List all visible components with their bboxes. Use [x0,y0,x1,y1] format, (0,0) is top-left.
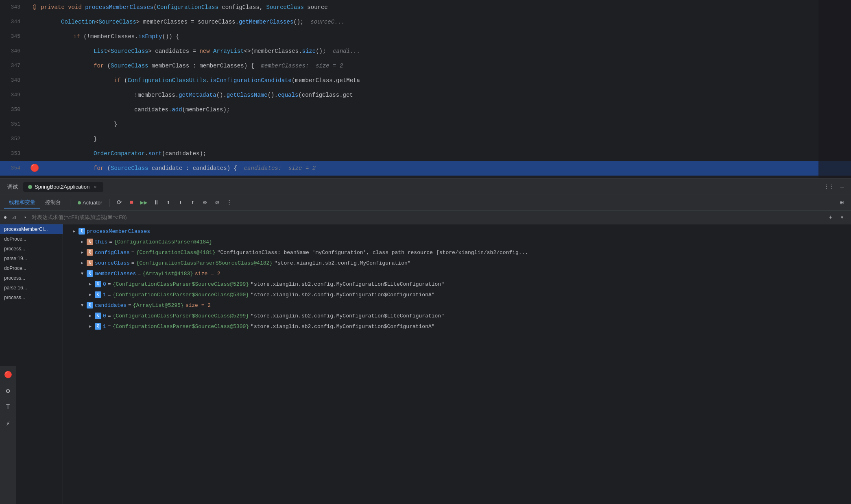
call-stack-item-3[interactable]: parse:19... [0,254,63,263]
toolbar-divider-2 [109,199,110,207]
var-val-sourceclass: "store.xianglin.sb2.config.MyConfigurati… [274,260,410,266]
console-tab[interactable]: 控制台 [40,197,66,209]
code-line-351: 351 } [0,117,851,132]
var-icon-mc1: ξ [95,291,101,298]
line-number-350: 350 [0,102,28,117]
minimap [818,0,851,178]
code-content-353: OrderComparator.sort(candidates); [41,146,843,161]
code-editor: 343 @ private void processMemberClasses(… [0,0,851,179]
threads-vars-tab[interactable]: 线程和变量 [4,197,40,209]
expand-arrow-mc1: ▶ [87,292,93,298]
debug-toolbar: 线程和变量 控制台 Actuator ⟳ ■ ▶▶ ⏸ ⬆ ⬇ ⬆ ⊗ ∅ ⋮ … [0,195,851,211]
app-tab[interactable]: SpringBoot2Application × [23,182,103,192]
left-sidebar: 🔴 ⚙ T ⚡ [0,366,16,504]
var-item-candidates-1[interactable]: ▶ ξ 1 = {ConfigurationClassParser$Source… [63,321,851,332]
filter-expand-btn[interactable]: ▾ [837,213,847,222]
expand-arrow-mc0: ▶ [87,281,93,287]
toolbar-divider-1 [70,199,70,207]
var-ref-memberclasses: {ArrayList@4183} [142,271,193,277]
add-watch-btn[interactable]: + [826,213,836,222]
code-content-349: !memberClass.getMetadata().getClassName(… [41,88,843,102]
filter-input[interactable] [32,214,823,220]
layout-btn[interactable]: ⊞ [836,198,847,208]
code-line-346: 346 List<SourceClass> candidates = new A… [0,44,851,59]
var-eq-mc0: = [108,281,111,287]
var-name-mc1: 1 [103,292,106,298]
var-name-c1: 1 [103,324,106,330]
var-ref-sourceclass: {ConfigurationClassParser$SourceClass@41… [136,260,273,266]
var-ref-configclass: {ConfigurationClass@4181} [136,250,216,256]
var-val-mc0: "store.xianglin.sb2.config.MyConfigurati… [251,281,444,287]
var-name-c0: 0 [103,313,106,319]
code-content-347: for (SourceClass memberClass : memberCla… [41,59,843,73]
filter-dropdown-btn[interactable]: ▾ [21,213,29,222]
actuator-label: Actuator [83,200,102,206]
var-item-this[interactable]: ▶ ξ this = {ConfigurationClassParser@418… [63,237,851,247]
call-stack-item-7[interactable]: process... [0,293,63,302]
settings-icon-btn[interactable]: ⋮⋮ [824,182,834,192]
code-content-352: } [41,132,843,146]
mute-btn[interactable]: ⊗ [199,198,210,208]
line-number-348: 348 [0,73,28,88]
filter-right: + ▾ [826,213,847,222]
resume-btn[interactable]: ▶▶ [138,198,149,208]
call-stack-item-6[interactable]: parse:16... [0,283,63,293]
sidebar-debug-icon[interactable]: 🔴 [2,369,14,380]
code-line-345: 345 if (!memberClasses.isEmpty()) { [0,29,851,44]
debug-tab-bar: 调试 SpringBoot2Application × ⋮⋮ — [0,179,851,195]
code-content-348: if (ConfigurationClassUtils.isConfigurat… [41,73,843,88]
sidebar-text-icon[interactable]: T [2,402,14,413]
var-icon-candidates: ξ [87,302,93,308]
tab-bar-right: ⋮⋮ — [824,182,847,192]
var-eq-this: = [109,239,112,245]
code-content-351: } [41,117,843,132]
var-item-candidates-0[interactable]: ▶ ξ 0 = {ConfigurationClassParser$Source… [63,311,851,321]
step-over-btn[interactable]: ⬆ [163,198,173,208]
call-stack-item-4[interactable]: doProce... [0,263,63,273]
pause-btn[interactable]: ⏸ [151,198,161,208]
var-item-memberclasses-0[interactable]: ▶ ξ 0 = {ConfigurationClassParser$Source… [63,279,851,289]
var-name-mc0: 0 [103,281,106,287]
var-size-candidates: size = 2 [185,302,211,308]
step-into-btn[interactable]: ⬇ [175,198,185,208]
stop-btn[interactable]: ■ [126,198,137,208]
call-stack-item-0[interactable]: processMemberCl... [0,224,63,234]
var-eq-memberclasses: = [137,271,141,277]
code-line-353: 353 OrderComparator.sort(candidates); [0,146,851,161]
line-number-346: 346 [0,44,28,59]
restart-btn[interactable]: ⟳ [114,198,124,208]
var-item-memberclasses-1[interactable]: ▶ ξ 1 = {ConfigurationClassParser$Source… [63,289,851,300]
minimize-icon-btn[interactable]: — [837,182,847,192]
call-stack-item-2[interactable]: process... [0,244,63,254]
expand-arrow-c1: ▶ [87,324,93,329]
var-eq-c1: = [108,324,111,330]
main-container: 343 @ private void processMemberClasses(… [0,0,851,504]
var-name-candidates: candidates [95,302,127,308]
call-stack-item-5[interactable]: process... [0,273,63,283]
line-number-345: 345 [0,29,28,44]
call-stack-item-1[interactable]: doProce... [0,234,63,244]
code-lines: 343 @ private void processMemberClasses(… [0,0,851,176]
tab-close-btn[interactable]: × [92,184,98,190]
filter-icon-btn[interactable]: ⊿ [9,213,19,222]
var-item-memberclasses[interactable]: ▼ ξ memberClasses = {ArrayList@4183} siz… [63,268,851,279]
var-item-sourceclass[interactable]: ▶ ξ sourceClass = {ConfigurationClassPar… [63,258,851,268]
line-number-343: 343 [0,0,28,15]
more-btn[interactable]: ⋮ [224,198,234,208]
code-line-350: 350 candidates.add(memberClass); [0,102,851,117]
expand-arrow-processmember: ▶ [71,228,77,234]
var-item-candidates[interactable]: ▼ ξ candidates = {ArrayList@5295} size =… [63,300,851,311]
step-out-btn[interactable]: ⬆ [187,198,198,208]
var-eq-candidates: = [128,302,131,308]
var-eq-sourceclass: = [131,260,135,266]
var-item-processmember[interactable]: ▶ ξ processMemberClasses [63,226,851,237]
sidebar-lightning-icon[interactable]: ⚡ [2,418,14,429]
actuator-btn[interactable]: Actuator [74,198,105,207]
clear-btn[interactable]: ∅ [212,198,222,208]
var-item-configclass[interactable]: ▶ ξ configClass = {ConfigurationClass@41… [63,247,851,258]
var-eq-configclass: = [131,250,135,256]
sidebar-settings-icon[interactable]: ⚙ [2,385,14,397]
code-line-352: 352 } [0,132,851,146]
filter-dot [4,216,7,219]
expand-arrow-memberclasses: ▼ [79,271,85,276]
